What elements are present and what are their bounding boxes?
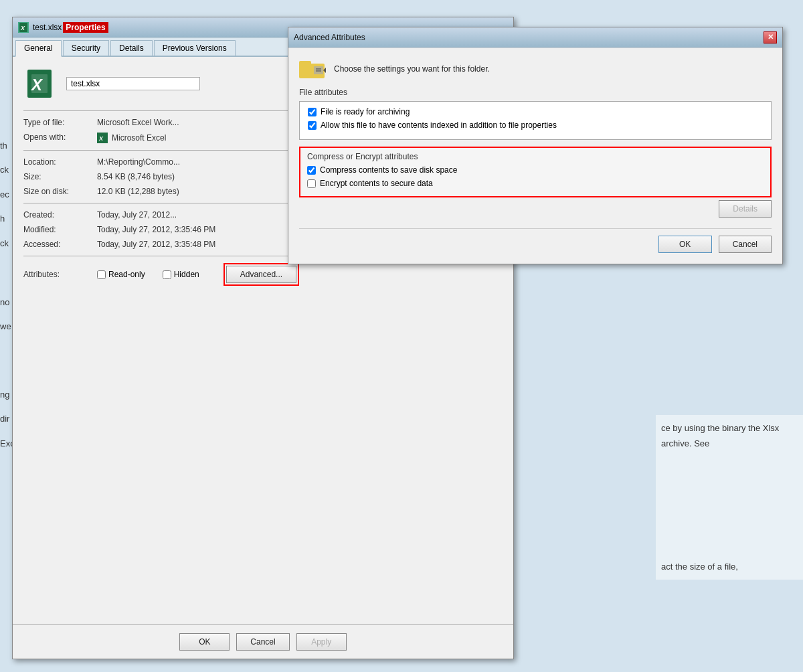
type-value: Microsoft Excel Work... [97, 118, 179, 127]
advanced-content: Choose the settings you want for this fo… [288, 48, 782, 264]
advanced-header-row: Choose the settings you want for this fo… [299, 58, 772, 80]
created-value: Today, July 27, 2012... [97, 210, 177, 220]
file-icon: X [23, 68, 56, 100]
type-label: Type of file: [23, 118, 97, 127]
hidden-checkbox[interactable] [163, 270, 171, 279]
opens-with-label: Opens with: [23, 133, 97, 142]
compress-row: Compress contents to save disk space [307, 165, 764, 175]
properties-title-filename: test.xlsx [33, 23, 62, 32]
advanced-bottom-buttons: OK Cancel [299, 228, 772, 253]
accessed-value: Today, July 27, 2012, 3:35:48 PM [97, 240, 215, 249]
readonly-checkbox[interactable] [97, 270, 106, 279]
archive-label: File is ready for archiving [321, 107, 410, 116]
hidden-label: Hidden [174, 270, 199, 279]
properties-apply-button[interactable]: Apply [296, 633, 347, 651]
svg-text:X: X [20, 25, 25, 31]
readonly-label: Read-only [108, 270, 145, 279]
modified-value: Today, July 27, 2012, 3:35:46 PM [97, 225, 215, 234]
size-value: 8.54 KB (8,746 bytes) [97, 172, 175, 181]
attributes-row: Attributes: Read-only Hidden Advanced... [23, 263, 503, 286]
index-checkbox[interactable] [308, 121, 317, 130]
svg-rect-8 [299, 61, 311, 66]
modified-label: Modified: [23, 225, 97, 234]
encrypt-row: Encrypt contents to secure data [307, 179, 764, 188]
close-button[interactable]: ✕ [764, 31, 777, 44]
compress-encrypt-section: Compress or Encrypt attributes Compress … [299, 147, 772, 218]
file-attributes-title: File attributes [299, 88, 772, 97]
advanced-ok-button[interactable]: OK [658, 236, 712, 253]
compress-encrypt-box: Compress or Encrypt attributes Compress … [299, 147, 772, 197]
compress-checkbox[interactable] [307, 166, 316, 175]
tab-previous-versions[interactable]: Previous Versions [154, 40, 236, 56]
properties-bottom-buttons: OK Cancel Apply [13, 624, 513, 659]
svg-text:X: X [30, 76, 43, 94]
readonly-wrap: Read-only [97, 270, 145, 279]
advanced-folder-icon [299, 58, 326, 80]
advanced-title: Advanced Attributes [294, 33, 365, 42]
size-label: Size: [23, 172, 97, 181]
index-row: Allow this file to have contents indexed… [308, 120, 763, 130]
compress-label: Compress contents to save disk space [320, 165, 457, 175]
filename-input[interactable] [66, 77, 200, 90]
file-attributes-section: File attributes File is ready for archiv… [299, 88, 772, 140]
index-label: Allow this file to have contents indexed… [321, 120, 557, 130]
tab-general[interactable]: General [15, 40, 62, 57]
opens-with-icon: X [97, 133, 108, 143]
hidden-wrap: Hidden [163, 270, 199, 279]
advanced-button[interactable]: Advanced... [226, 266, 296, 283]
advanced-button-highlight: Advanced... [224, 263, 299, 286]
advanced-titlebar: Advanced Attributes ✕ [288, 27, 782, 48]
opens-with-value-row: X Microsoft Excel [97, 133, 166, 143]
opens-with-value: Microsoft Excel [112, 133, 166, 143]
attributes-label: Attributes: [23, 270, 97, 279]
advanced-header-text: Choose the settings you want for this fo… [334, 64, 490, 74]
advanced-attributes-dialog: Advanced Attributes ✕ Choose the setting… [288, 27, 783, 264]
properties-cancel-button[interactable]: Cancel [236, 633, 289, 651]
file-attributes-box: File is ready for archiving Allow this f… [299, 101, 772, 140]
properties-ok-button[interactable]: OK [179, 633, 230, 651]
encrypt-checkbox[interactable] [307, 179, 316, 188]
created-label: Created: [23, 210, 97, 220]
tab-security[interactable]: Security [63, 40, 109, 56]
location-value: M:\Reporting\Commo... [97, 157, 180, 167]
properties-title-label: Properties [63, 22, 108, 33]
properties-title-icon: X [18, 22, 29, 33]
details-button[interactable]: Details [719, 200, 772, 218]
compress-encrypt-title: Compress or Encrypt attributes [307, 152, 764, 161]
size-on-disk-value: 12.0 KB (12,288 bytes) [97, 187, 179, 196]
advanced-cancel-button[interactable]: Cancel [719, 236, 772, 253]
accessed-label: Accessed: [23, 240, 97, 249]
location-label: Location: [23, 157, 97, 167]
svg-text:X: X [98, 135, 104, 142]
archive-checkbox[interactable] [308, 108, 317, 116]
svg-rect-9 [314, 66, 323, 74]
encrypt-label: Encrypt contents to secure data [320, 179, 433, 188]
size-on-disk-label: Size on disk: [23, 187, 97, 196]
tab-details[interactable]: Details [110, 40, 153, 56]
archive-row: File is ready for archiving [308, 107, 763, 116]
